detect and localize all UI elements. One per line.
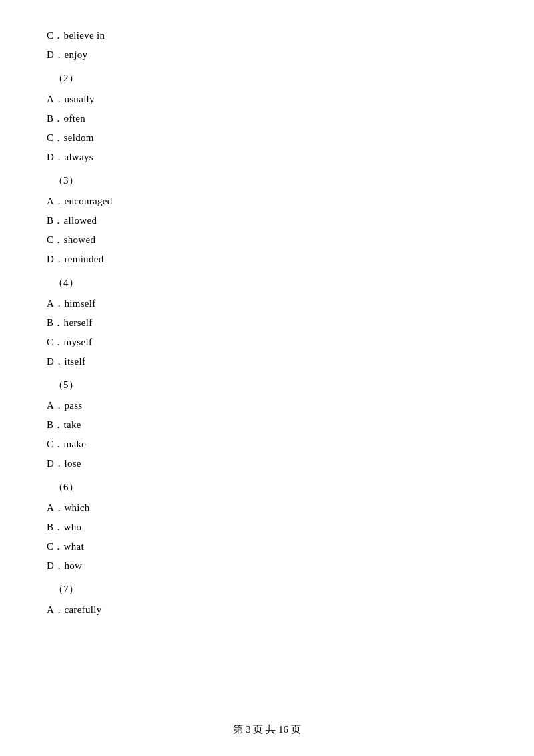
item-3-b: B．allowed <box>47 212 487 230</box>
item-6-b: B．who <box>47 518 487 536</box>
item-5-a: A．pass <box>47 397 487 415</box>
item-2-c: C．seldom <box>47 129 487 147</box>
item-3-a: A．encouraged <box>47 192 487 210</box>
item-5-b: B．take <box>47 416 487 434</box>
section-num-2: （2） <box>53 69 487 87</box>
item-4-a: A．himself <box>47 295 487 313</box>
item-d-enjoy: D．enjoy <box>47 46 487 64</box>
page-footer: 第 3 页 共 16 页 <box>0 723 534 736</box>
item-3-c: C．showed <box>47 231 487 249</box>
section-3: （3） A．encouraged B．allowed C．showed D．re… <box>47 172 487 268</box>
item-6-a: A．which <box>47 499 487 517</box>
item-7-a: A．carefully <box>47 601 487 619</box>
item-3-d: D．reminded <box>47 250 487 268</box>
section-num-4: （4） <box>53 274 487 292</box>
section-0: C．believe in D．enjoy <box>47 27 487 64</box>
item-5-c: C．make <box>47 435 487 453</box>
item-4-c: C．myself <box>47 333 487 351</box>
section-2: （2） A．usually B．often C．seldom D．always <box>47 69 487 166</box>
item-2-a: A．usually <box>47 90 487 108</box>
page-content: C．believe in D．enjoy （2） A．usually B．oft… <box>0 0 534 660</box>
section-7: （7） A．carefully <box>47 580 487 619</box>
section-5: （5） A．pass B．take C．make D．lose <box>47 376 487 473</box>
item-6-d: D．how <box>47 557 487 575</box>
item-2-b: B．often <box>47 110 487 128</box>
section-6: （6） A．which B．who C．what D．how <box>47 478 487 575</box>
item-c-believe-in: C．believe in <box>47 27 487 45</box>
item-5-d: D．lose <box>47 455 487 473</box>
item-4-b: B．herself <box>47 314 487 332</box>
section-num-7: （7） <box>53 580 487 598</box>
section-num-3: （3） <box>53 172 487 190</box>
section-4: （4） A．himself B．herself C．myself D．itsel… <box>47 274 487 371</box>
section-num-6: （6） <box>53 478 487 496</box>
section-num-5: （5） <box>53 376 487 394</box>
item-4-d: D．itself <box>47 353 487 371</box>
item-6-c: C．what <box>47 538 487 556</box>
item-2-d: D．always <box>47 148 487 166</box>
